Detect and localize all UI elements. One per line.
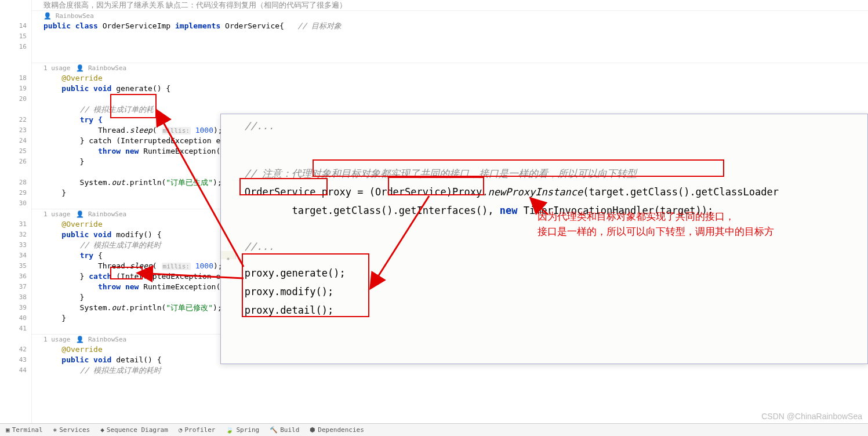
line-gutter: 14 15 16 18 19 20 22 23 24 25 26 28 29 3…: [0, 0, 32, 423]
tab-spring[interactable]: 🍃 Spring: [226, 426, 259, 434]
tab-profiler[interactable]: ◔ Profiler: [179, 426, 216, 434]
tool-window-bar: ▣ Terminal ⎈ Services ◆ Sequence Diagram…: [0, 423, 868, 436]
doc-comment: 致耦合度很高，因为采用了继承关系 缺点二：代码没有得到复用（相同的代码写了很多遍…: [43, 1, 347, 9]
tab-terminal[interactable]: ▣ Terminal: [6, 426, 43, 434]
tab-dependencies[interactable]: ⬢ Dependencies: [310, 426, 364, 434]
method-generate: public void generate() {: [32, 83, 868, 94]
quickdoc-overlay: //... // 注意：代理对象和目标对象都实现了共同的接口，接口是一样的看，所…: [220, 114, 868, 364]
tab-build[interactable]: 🔨 Build: [270, 426, 299, 434]
overlay-gutter-mark: *: [221, 251, 236, 259]
override-annotation: @Override: [61, 74, 102, 82]
usage-hint[interactable]: 1 usage👤 RainbowSea: [32, 63, 868, 73]
tab-services[interactable]: ⎈ Services: [53, 426, 90, 434]
class-declaration: public class OrderServiceImp implements …: [32, 21, 868, 31]
author-hint: 👤 RainbowSea: [32, 10, 868, 21]
watermark: CSDN @ChinaRainbowSea: [761, 412, 862, 421]
line-number: 14: [0, 21, 27, 31]
tab-sequence-diagram[interactable]: ◆ Sequence Diagram: [100, 426, 168, 434]
annotation-text: 因为代理类和目标对象都实现了共同的接口， 接口是一样的，所以可以向下转型，调用其…: [537, 209, 774, 239]
